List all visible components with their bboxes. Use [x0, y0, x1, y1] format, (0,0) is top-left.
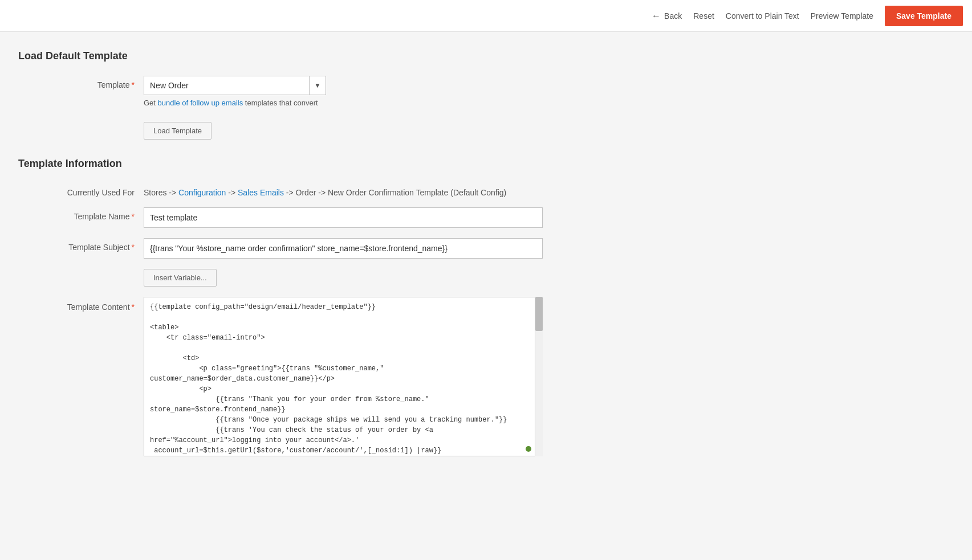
save-button[interactable]: Save Template: [885, 6, 963, 26]
back-label: Back: [664, 11, 682, 21]
template-select-wrapper: New Order ▼: [144, 76, 326, 95]
insert-variable-button[interactable]: Insert Variable...: [144, 269, 217, 287]
template-select-row: Template* New Order ▼ Get bundle of foll…: [18, 76, 954, 107]
template-name-input[interactable]: [144, 207, 543, 228]
preview-label: Preview Template: [811, 11, 873, 21]
back-arrow-icon: ←: [652, 11, 661, 21]
scrollbar[interactable]: [535, 297, 543, 456]
sales-emails-link[interactable]: Sales Emails: [238, 188, 284, 197]
required-star-content: *: [132, 303, 135, 312]
configuration-link[interactable]: Configuration: [178, 188, 226, 197]
load-template-row: Load Template: [18, 117, 954, 140]
template-subject-label: Template Subject*: [18, 238, 144, 252]
required-star-name: *: [132, 212, 135, 221]
template-name-wrapper: [144, 207, 554, 228]
reset-label: Reset: [693, 11, 714, 21]
back-button[interactable]: ← Back: [652, 11, 682, 21]
convert-button[interactable]: Convert to Plain Text: [726, 11, 799, 21]
template-subject-input[interactable]: [144, 238, 543, 259]
hint-link[interactable]: bundle of follow up emails: [158, 99, 243, 107]
preview-button[interactable]: Preview Template: [811, 11, 873, 21]
scrollbar-thumb[interactable]: [535, 297, 543, 331]
select-dropdown-btn[interactable]: ▼: [310, 76, 326, 95]
template-content-row: Template Content* {{template config_path…: [18, 297, 954, 456]
required-star: *: [132, 80, 135, 89]
hint-suffix: templates that convert: [243, 99, 318, 107]
reset-button[interactable]: Reset: [693, 11, 714, 21]
used-for-suffix: -> Order -> New Order Confirmation Templ…: [284, 188, 506, 197]
used-for-row: Currently Used For Stores -> Configurati…: [18, 183, 954, 197]
load-default-section: Load Default Template Template* New Orde…: [18, 50, 954, 140]
content-status-indicator: [526, 446, 531, 452]
template-info-title: Template Information: [18, 158, 954, 170]
template-select[interactable]: New Order: [144, 76, 310, 95]
template-info-section: Template Information Currently Used For …: [18, 158, 954, 456]
content-textarea-container: {{template config_path="design/email/hea…: [144, 297, 543, 456]
used-for-content: Stores -> Configuration -> Sales Emails …: [144, 183, 554, 197]
used-for-text: Stores -> Configuration -> Sales Emails …: [144, 183, 554, 197]
main-content: Load Default Template Template* New Orde…: [0, 32, 972, 560]
convert-label: Convert to Plain Text: [726, 11, 799, 21]
used-for-prefix: Stores ->: [144, 188, 178, 197]
template-label: Template*: [18, 76, 144, 89]
template-subject-wrapper: [144, 238, 554, 259]
insert-variable-row: Insert Variable...: [18, 269, 954, 287]
toolbar: ← Back Reset Convert to Plain Text Previ…: [0, 0, 972, 32]
required-star-subject: *: [132, 243, 135, 252]
hint-prefix: Get: [144, 99, 158, 107]
template-name-row: Template Name*: [18, 207, 954, 228]
template-content-wrapper: {{template config_path="design/email/hea…: [144, 297, 554, 456]
hint-text: Get bundle of follow up emails templates…: [144, 99, 554, 107]
template-subject-row: Template Subject*: [18, 238, 954, 259]
template-control-wrapper: New Order ▼ Get bundle of follow up emai…: [144, 76, 554, 107]
load-default-title: Load Default Template: [18, 50, 954, 62]
used-for-middle: ->: [226, 188, 238, 197]
load-template-button[interactable]: Load Template: [144, 122, 212, 140]
template-content-textarea[interactable]: {{template config_path="design/email/hea…: [144, 297, 543, 456]
used-for-label: Currently Used For: [18, 183, 144, 197]
template-content-label: Template Content*: [18, 297, 144, 312]
template-name-label: Template Name*: [18, 207, 144, 221]
